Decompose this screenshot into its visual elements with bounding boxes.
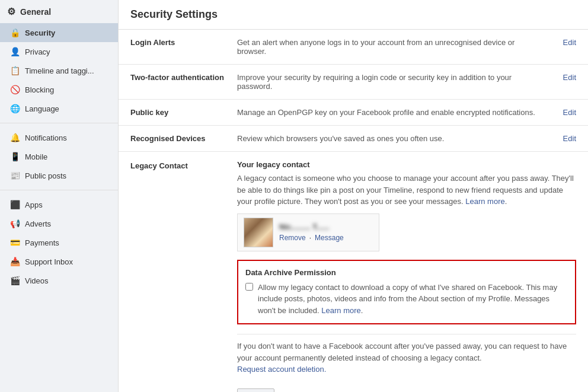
general-icon: ⚙ — [7, 6, 15, 17]
mobile-label: Mobile — [25, 152, 47, 161]
recognised-devices-action: Edit — [541, 134, 576, 143]
remove-legacy-contact-link[interactable]: Remove — [279, 234, 306, 242]
login-alerts-row: Login Alerts Get an alert when anyone lo… — [119, 30, 588, 65]
login-alerts-action: Edit — [541, 38, 576, 47]
legacy-contact-name: Nic......... T...... — [279, 222, 344, 231]
legacy-description-text: A legacy contact is someone who you choo… — [237, 174, 574, 206]
legacy-section-title: Your legacy contact — [237, 160, 576, 169]
videos-icon: 🎬 — [9, 276, 20, 285]
sidebar-notifications-item[interactable]: 🔔 Notifications — [0, 128, 118, 147]
sidebar-divider-2 — [0, 190, 118, 190]
apps-label: Apps — [25, 200, 43, 209]
payments-label: Payments — [25, 238, 59, 247]
public-key-row: Public key Manage an OpenPGP key on your… — [119, 100, 588, 126]
recognised-devices-row: Recognised Devices Review which browsers… — [119, 126, 588, 152]
main-content: Security Settings Login Alerts Get an al… — [119, 0, 588, 392]
sidebar-language-item[interactable]: 🌐 Language — [0, 99, 118, 118]
security-icon: 🔒 — [9, 28, 20, 37]
sidebar-payments-item[interactable]: 💳 Payments — [0, 233, 118, 252]
general-label: General — [20, 7, 51, 17]
two-factor-auth-row: Two-factor authentication Improve your s… — [119, 65, 588, 100]
adverts-label: Adverts — [25, 219, 51, 228]
legacy-footer: If you don't want to have a Facebook acc… — [237, 334, 576, 375]
two-factor-description: Improve your security by requiring a log… — [237, 73, 541, 91]
legacy-contact-actions: Remove · Message — [279, 234, 344, 242]
data-archive-label-text: Allow my legacy contact to download a co… — [258, 283, 557, 315]
payments-icon: 💳 — [9, 238, 20, 247]
login-alerts-edit-link[interactable]: Edit — [563, 38, 576, 47]
adverts-icon: 📢 — [9, 219, 20, 228]
apps-icon: ⬛ — [9, 200, 20, 209]
login-alerts-label: Login Alerts — [130, 38, 237, 47]
sidebar-mobile-item[interactable]: 📱 Mobile — [0, 147, 118, 166]
legacy-avatar — [244, 218, 273, 247]
privacy-icon: 👤 — [9, 47, 20, 56]
data-archive-title: Data Archive Permission — [245, 268, 568, 277]
sidebar: ⚙ General 🔒 Security 👤 Privacy 📋 Timelin… — [0, 0, 119, 392]
support-inbox-icon: 📥 — [9, 257, 20, 266]
sidebar-general-header[interactable]: ⚙ General — [0, 0, 118, 23]
sidebar-timeline-item[interactable]: 📋 Timeline and taggi... — [0, 61, 118, 80]
sidebar-privacy-item[interactable]: 👤 Privacy — [0, 42, 118, 61]
two-factor-edit-link[interactable]: Edit — [563, 73, 576, 82]
blocking-label: Blocking — [25, 85, 54, 94]
sidebar-blocking-item[interactable]: 🚫 Blocking — [0, 80, 118, 99]
privacy-label: Privacy — [25, 47, 50, 56]
data-archive-checkbox-label: Allow my legacy contact to download a co… — [258, 282, 568, 317]
sidebar-divider-1 — [0, 123, 118, 123]
videos-label: Videos — [25, 276, 49, 285]
data-archive-checkbox-row: Allow my legacy contact to download a co… — [245, 282, 568, 317]
sidebar-apps-item[interactable]: ⬛ Apps — [0, 195, 118, 214]
page-title: Security Settings — [119, 0, 588, 30]
recognised-devices-label: Recognised Devices — [130, 134, 237, 143]
request-deletion-link[interactable]: Request account deletion. — [237, 365, 326, 374]
close-button[interactable]: Close — [237, 388, 274, 393]
footer-text: If you don't want to have a Facebook acc… — [237, 342, 567, 362]
notifications-icon: 🔔 — [9, 133, 20, 142]
timeline-icon: 📋 — [9, 66, 20, 75]
legacy-actions-separator: · — [309, 234, 311, 242]
blocking-icon: 🚫 — [9, 85, 20, 94]
legacy-contact-label: Legacy Contact — [130, 160, 237, 170]
notifications-label: Notifications — [25, 133, 67, 142]
public-posts-icon: 📰 — [9, 171, 20, 180]
settings-table: Login Alerts Get an alert when anyone lo… — [119, 30, 588, 392]
recognised-devices-description: Review which browsers you've saved as on… — [237, 134, 541, 143]
sidebar-adverts-item[interactable]: 📢 Adverts — [0, 214, 118, 233]
legacy-description: A legacy contact is someone who you choo… — [237, 173, 576, 208]
two-factor-label: Two-factor authentication — [130, 73, 237, 82]
message-legacy-contact-link[interactable]: Message — [315, 234, 344, 242]
data-archive-learn-more-text: Learn more — [321, 306, 360, 315]
sidebar-public-posts-item[interactable]: 📰 Public posts — [0, 166, 118, 185]
data-archive-box: Data Archive Permission Allow my legacy … — [237, 260, 576, 325]
language-icon: 🌐 — [9, 104, 20, 113]
legacy-learn-more-link[interactable]: Learn more — [465, 197, 504, 206]
sidebar-support-inbox-item[interactable]: 📥 Support Inbox — [0, 252, 118, 271]
login-alerts-description: Get an alert when anyone logs in to your… — [237, 38, 541, 56]
data-archive-learn-more-link[interactable]: Learn more — [321, 306, 360, 315]
legacy-contact-card: Nic......... T...... Remove · Message — [237, 213, 379, 251]
mobile-icon: 📱 — [9, 152, 20, 161]
support-inbox-label: Support Inbox — [25, 257, 73, 266]
recognised-devices-edit-link[interactable]: Edit — [563, 134, 576, 143]
timeline-label: Timeline and taggi... — [25, 66, 94, 75]
legacy-contact-content: Your legacy contact A legacy contact is … — [237, 160, 576, 392]
public-key-action: Edit — [541, 108, 576, 117]
sidebar-videos-item[interactable]: 🎬 Videos — [0, 271, 118, 290]
security-label: Security — [25, 28, 55, 37]
language-label: Language — [25, 104, 59, 113]
legacy-contact-info: Nic......... T...... Remove · Message — [279, 222, 344, 242]
two-factor-action: Edit — [541, 73, 576, 82]
public-key-label: Public key — [130, 108, 237, 117]
data-archive-checkbox[interactable] — [245, 283, 253, 291]
public-key-description: Manage an OpenPGP key on your Facebook p… — [237, 108, 541, 117]
legacy-contact-row: Legacy Contact Your legacy contact A leg… — [119, 152, 588, 392]
sidebar-security-item[interactable]: 🔒 Security — [0, 23, 118, 42]
public-key-edit-link[interactable]: Edit — [563, 108, 576, 117]
public-posts-label: Public posts — [25, 171, 66, 180]
